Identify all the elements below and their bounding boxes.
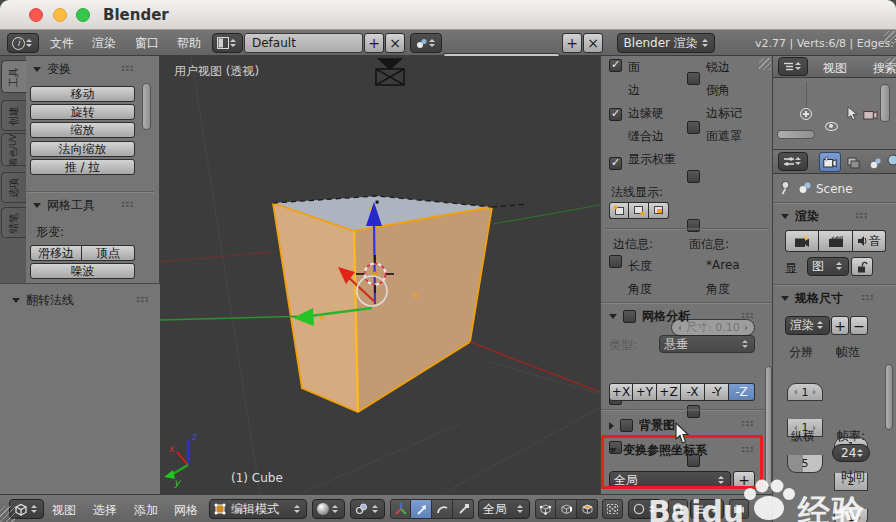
transform-orientation-panel-header[interactable]: 变换参照坐标系 (609, 442, 707, 459)
properties-editor-dropdown[interactable] (778, 152, 808, 171)
edge-select-mode-button[interactable] (556, 499, 577, 519)
screen-layout-dropdown[interactable] (212, 33, 243, 53)
panel-drag-dots-icon[interactable] (861, 294, 874, 301)
visibility-eye-icon[interactable] (825, 122, 838, 131)
menu-file[interactable]: 文件 (50, 35, 74, 52)
orientation-dropdown[interactable]: 全局 (609, 471, 731, 489)
vertex-select-mode-button[interactable] (535, 499, 556, 519)
camera-object[interactable] (376, 59, 404, 85)
tab-create[interactable]: 创建 (1, 100, 26, 131)
translate-button[interactable]: 移动 (30, 86, 135, 102)
proportional-edit-dropdown[interactable] (628, 499, 662, 519)
properties-scrollbar[interactable] (885, 364, 893, 430)
editor-type-info-dropdown[interactable] (7, 33, 39, 53)
panel-drag-dots-icon[interactable] (121, 201, 134, 208)
window-resize-grip[interactable] (0, 506, 15, 522)
panel-drag-dots-icon[interactable] (741, 446, 754, 453)
outliner-menu-view[interactable]: 视图 (823, 60, 847, 77)
panel-drag-dots-icon[interactable] (136, 296, 149, 303)
manipulator-toggle-button[interactable] (390, 499, 411, 519)
orientation-header-dropdown[interactable]: 全局 (478, 499, 530, 519)
render-engine-dropdown[interactable]: Blender 渲染 (617, 33, 715, 53)
rotate-button[interactable]: 旋转 (30, 104, 135, 120)
tab-tools[interactable]: 工具 (1, 60, 26, 93)
snap-toggle-button[interactable] (668, 499, 688, 519)
panel-drag-dots-icon[interactable] (741, 420, 754, 427)
region-corner-grip[interactable] (759, 58, 771, 70)
limit-selection-visible-button[interactable] (602, 499, 623, 519)
maximize-window-button[interactable] (76, 8, 90, 22)
resolution-x-field[interactable]: 1 (787, 383, 823, 401)
dimensions-panel-header[interactable]: 规格尺寸 (781, 290, 843, 307)
minimize-window-button[interactable] (53, 8, 67, 22)
selectability-cursor-icon[interactable] (846, 106, 858, 121)
bevel-checkbox[interactable] (687, 121, 700, 134)
tab-render-layers[interactable] (843, 154, 863, 171)
add-preset-button[interactable] (831, 316, 849, 335)
tab-options[interactable]: 选项 (1, 172, 26, 203)
expand-item-icon[interactable] (800, 108, 812, 120)
view-menu[interactable]: 视图 (52, 502, 76, 519)
lock-interface-button[interactable] (851, 257, 873, 276)
mesh-analysis-panel-header[interactable]: 网格分析 (609, 308, 690, 325)
axis-plus-x-button[interactable]: +X (609, 383, 633, 401)
axis-minus-y-button[interactable]: -Y (705, 383, 729, 401)
vertex-slide-button[interactable]: 顶点 (82, 245, 135, 261)
breadcrumb[interactable]: Scene (816, 182, 853, 196)
render-opengl-button[interactable] (729, 499, 749, 519)
snap-element-dropdown[interactable] (690, 499, 724, 519)
renderability-camera-icon[interactable] (863, 109, 878, 120)
frame-step-field[interactable]: 1 (834, 509, 868, 522)
sharp-checkbox[interactable] (687, 72, 700, 85)
vertex-normals-toggle[interactable] (609, 202, 629, 219)
render-panel-header[interactable]: 渲染 (781, 208, 819, 225)
close-window-button[interactable] (29, 8, 43, 22)
panel-drag-dots-icon[interactable] (121, 65, 134, 72)
manipulator-translate-button[interactable] (411, 499, 432, 519)
add-menu[interactable]: 添加 (134, 502, 158, 519)
add-layout-button[interactable] (364, 33, 384, 53)
background-images-checkbox[interactable] (620, 419, 633, 432)
remove-preset-button[interactable]: − (850, 316, 868, 335)
tab-shading-uv[interactable]: 着色/UV (1, 133, 26, 166)
transform-panel-header[interactable]: 变换 (33, 61, 71, 78)
n-panel-scrollbar[interactable] (765, 366, 772, 488)
faces-checkbox[interactable] (609, 59, 622, 72)
tab-scene-properties[interactable] (865, 154, 885, 171)
viewport-3d[interactable]: z x y 用户视图 (透视) (1) Cube (160, 56, 600, 494)
face-area-checkbox[interactable] (687, 405, 700, 418)
edge-marks-checkbox[interactable] (687, 170, 700, 183)
tab-world-properties[interactable] (887, 154, 896, 171)
tab-render-properties[interactable] (819, 152, 841, 172)
manipulator-rotate-button[interactable] (432, 499, 453, 519)
outliner-h-scrollbar[interactable] (777, 130, 815, 139)
delete-layout-button[interactable] (385, 33, 405, 53)
face-normals-toggle[interactable] (649, 202, 669, 219)
noise-button[interactable]: 噪波 (30, 263, 135, 279)
render-audio-button[interactable]: 音 (853, 230, 886, 252)
select-menu[interactable]: 选择 (93, 502, 117, 519)
cube-left-face[interactable] (273, 203, 358, 412)
analysis-type-dropdown[interactable]: 悬垂 (659, 335, 755, 353)
panel-drag-dots-icon[interactable] (855, 212, 868, 219)
mesh-menu[interactable]: 网格 (174, 502, 198, 519)
loop-normals-toggle[interactable] (629, 202, 649, 219)
background-images-panel-header[interactable]: 背景图 (609, 417, 675, 434)
outliner-v-scrollbar[interactable] (880, 84, 890, 122)
corner-grip[interactable] (884, 31, 896, 44)
pin-icon[interactable] (779, 180, 792, 195)
resolution-percent-slider[interactable]: 5 (787, 455, 823, 473)
pivot-point-dropdown[interactable] (350, 499, 385, 519)
edge-slide-button[interactable]: 滑移边 (30, 245, 82, 261)
viewport-canvas[interactable]: z x y (160, 56, 600, 494)
scene-dropdown[interactable] (410, 33, 442, 53)
creases-checkbox[interactable] (609, 157, 622, 170)
add-scene-button[interactable] (562, 33, 582, 53)
viewport-shading-dropdown[interactable] (312, 499, 345, 519)
cube-mesh[interactable] (273, 196, 528, 412)
scale-button[interactable]: 缩放 (30, 122, 135, 138)
toolshelf-scrollbar[interactable] (142, 83, 151, 130)
edges-checkbox[interactable] (609, 108, 622, 121)
mesh-tools-panel-header[interactable]: 网格工具 (33, 197, 95, 214)
render-preset-dropdown[interactable]: 渲染 (785, 316, 830, 335)
